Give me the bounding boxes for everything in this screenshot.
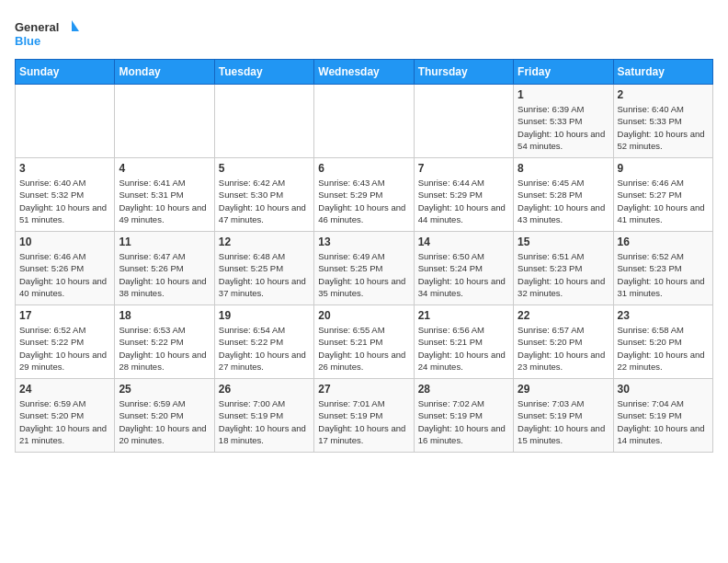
day-info: Sunrise: 6:50 AM Sunset: 5:24 PM Dayligh…	[418, 250, 509, 299]
calendar-cell: 29Sunrise: 7:03 AM Sunset: 5:19 PM Dayli…	[514, 379, 613, 453]
day-info: Sunrise: 6:43 AM Sunset: 5:29 PM Dayligh…	[318, 177, 409, 225]
day-number: 22	[518, 309, 609, 322]
calendar-cell	[314, 85, 414, 158]
calendar-cell: 27Sunrise: 7:01 AM Sunset: 5:19 PM Dayli…	[314, 379, 414, 453]
calendar-body: 1Sunrise: 6:39 AM Sunset: 5:33 PM Daylig…	[16, 85, 713, 453]
calendar-cell: 3Sunrise: 6:40 AM Sunset: 5:32 PM Daylig…	[16, 158, 115, 232]
day-number: 27	[318, 383, 409, 396]
day-info: Sunrise: 6:39 AM Sunset: 5:33 PM Dayligh…	[518, 103, 609, 152]
calendar-cell: 21Sunrise: 6:56 AM Sunset: 5:21 PM Dayli…	[414, 305, 513, 379]
day-info: Sunrise: 6:57 AM Sunset: 5:20 PM Dayligh…	[518, 324, 609, 373]
calendar-cell: 12Sunrise: 6:48 AM Sunset: 5:25 PM Dayli…	[214, 232, 313, 305]
calendar-cell: 10Sunrise: 6:46 AM Sunset: 5:26 PM Dayli…	[16, 232, 115, 305]
page-header: General Blue	[15, 15, 713, 52]
day-number: 11	[119, 236, 210, 248]
day-number: 8	[518, 162, 609, 175]
weekday-header: Wednesday	[314, 60, 414, 85]
calendar-cell: 26Sunrise: 7:00 AM Sunset: 5:19 PM Dayli…	[214, 379, 313, 453]
day-number: 14	[418, 236, 509, 248]
day-info: Sunrise: 7:00 AM Sunset: 5:19 PM Dayligh…	[219, 397, 310, 446]
day-info: Sunrise: 6:48 AM Sunset: 5:25 PM Dayligh…	[219, 250, 310, 299]
day-info: Sunrise: 6:59 AM Sunset: 5:20 PM Dayligh…	[19, 397, 110, 446]
calendar-cell: 16Sunrise: 6:52 AM Sunset: 5:23 PM Dayli…	[613, 232, 712, 305]
svg-text:General: General	[15, 20, 59, 34]
day-number: 3	[19, 162, 110, 175]
calendar-cell: 9Sunrise: 6:46 AM Sunset: 5:27 PM Daylig…	[613, 158, 712, 232]
day-info: Sunrise: 6:44 AM Sunset: 5:29 PM Dayligh…	[418, 177, 509, 225]
weekday-header: Tuesday	[214, 60, 313, 85]
day-number: 15	[518, 236, 609, 248]
day-info: Sunrise: 6:46 AM Sunset: 5:27 PM Dayligh…	[618, 177, 709, 225]
calendar-cell	[115, 85, 214, 158]
day-info: Sunrise: 7:03 AM Sunset: 5:19 PM Dayligh…	[518, 397, 609, 446]
calendar-cell: 4Sunrise: 6:41 AM Sunset: 5:31 PM Daylig…	[115, 158, 214, 232]
calendar-cell: 11Sunrise: 6:47 AM Sunset: 5:26 PM Dayli…	[115, 232, 214, 305]
weekday-header: Friday	[514, 60, 613, 85]
day-info: Sunrise: 6:51 AM Sunset: 5:23 PM Dayligh…	[518, 250, 609, 299]
calendar-cell: 1Sunrise: 6:39 AM Sunset: 5:33 PM Daylig…	[514, 85, 613, 158]
day-info: Sunrise: 7:01 AM Sunset: 5:19 PM Dayligh…	[318, 397, 409, 446]
day-info: Sunrise: 6:58 AM Sunset: 5:20 PM Dayligh…	[618, 324, 709, 373]
day-number: 18	[119, 309, 210, 322]
day-number: 10	[19, 236, 110, 248]
calendar-cell: 28Sunrise: 7:02 AM Sunset: 5:19 PM Dayli…	[414, 379, 513, 453]
calendar-header: SundayMondayTuesdayWednesdayThursdayFrid…	[16, 60, 713, 85]
svg-text:Blue: Blue	[15, 34, 40, 48]
calendar-cell: 22Sunrise: 6:57 AM Sunset: 5:20 PM Dayli…	[514, 305, 613, 379]
calendar-cell: 7Sunrise: 6:44 AM Sunset: 5:29 PM Daylig…	[414, 158, 513, 232]
calendar-cell: 17Sunrise: 6:52 AM Sunset: 5:22 PM Dayli…	[16, 305, 115, 379]
day-info: Sunrise: 6:54 AM Sunset: 5:22 PM Dayligh…	[219, 324, 310, 373]
day-number: 25	[119, 383, 210, 396]
calendar-cell	[16, 85, 115, 158]
day-info: Sunrise: 6:56 AM Sunset: 5:21 PM Dayligh…	[418, 324, 509, 373]
day-info: Sunrise: 7:04 AM Sunset: 5:19 PM Dayligh…	[618, 397, 709, 446]
day-number: 17	[19, 309, 110, 322]
calendar-week-row: 3Sunrise: 6:40 AM Sunset: 5:32 PM Daylig…	[16, 158, 713, 232]
calendar-cell: 20Sunrise: 6:55 AM Sunset: 5:21 PM Dayli…	[314, 305, 414, 379]
calendar-cell: 23Sunrise: 6:58 AM Sunset: 5:20 PM Dayli…	[613, 305, 712, 379]
day-number: 12	[219, 236, 310, 248]
calendar-cell: 14Sunrise: 6:50 AM Sunset: 5:24 PM Dayli…	[414, 232, 513, 305]
day-number: 26	[219, 383, 310, 396]
calendar-cell: 5Sunrise: 6:42 AM Sunset: 5:30 PM Daylig…	[214, 158, 313, 232]
calendar-week-row: 17Sunrise: 6:52 AM Sunset: 5:22 PM Dayli…	[16, 305, 713, 379]
day-number: 30	[618, 383, 709, 396]
day-info: Sunrise: 6:42 AM Sunset: 5:30 PM Dayligh…	[219, 177, 310, 225]
calendar-table: SundayMondayTuesdayWednesdayThursdayFrid…	[15, 59, 713, 453]
day-number: 9	[618, 162, 709, 175]
calendar-cell: 15Sunrise: 6:51 AM Sunset: 5:23 PM Dayli…	[514, 232, 613, 305]
day-number: 20	[318, 309, 409, 322]
day-info: Sunrise: 6:59 AM Sunset: 5:20 PM Dayligh…	[119, 397, 210, 446]
logo-svg: General Blue	[15, 15, 79, 52]
day-info: Sunrise: 6:49 AM Sunset: 5:25 PM Dayligh…	[318, 250, 409, 299]
calendar-cell: 30Sunrise: 7:04 AM Sunset: 5:19 PM Dayli…	[613, 379, 712, 453]
weekday-header: Thursday	[414, 60, 513, 85]
calendar-cell: 8Sunrise: 6:45 AM Sunset: 5:28 PM Daylig…	[514, 158, 613, 232]
calendar-cell: 19Sunrise: 6:54 AM Sunset: 5:22 PM Dayli…	[214, 305, 313, 379]
day-number: 1	[518, 88, 609, 101]
calendar-cell	[214, 85, 313, 158]
weekday-header: Saturday	[613, 60, 712, 85]
weekday-header: Sunday	[16, 60, 115, 85]
calendar-cell: 6Sunrise: 6:43 AM Sunset: 5:29 PM Daylig…	[314, 158, 414, 232]
day-info: Sunrise: 6:52 AM Sunset: 5:22 PM Dayligh…	[19, 324, 110, 373]
day-number: 4	[119, 162, 210, 175]
calendar-week-row: 24Sunrise: 6:59 AM Sunset: 5:20 PM Dayli…	[16, 379, 713, 453]
day-info: Sunrise: 6:40 AM Sunset: 5:32 PM Dayligh…	[19, 177, 110, 225]
day-number: 28	[418, 383, 509, 396]
weekday-row: SundayMondayTuesdayWednesdayThursdayFrid…	[16, 60, 713, 85]
day-number: 5	[219, 162, 310, 175]
day-info: Sunrise: 6:41 AM Sunset: 5:31 PM Dayligh…	[119, 177, 210, 225]
calendar-cell: 18Sunrise: 6:53 AM Sunset: 5:22 PM Dayli…	[115, 305, 214, 379]
weekday-header: Monday	[115, 60, 214, 85]
day-number: 24	[19, 383, 110, 396]
day-info: Sunrise: 7:02 AM Sunset: 5:19 PM Dayligh…	[418, 397, 509, 446]
calendar-cell: 2Sunrise: 6:40 AM Sunset: 5:33 PM Daylig…	[613, 85, 712, 158]
day-info: Sunrise: 6:46 AM Sunset: 5:26 PM Dayligh…	[19, 250, 110, 299]
calendar-week-row: 10Sunrise: 6:46 AM Sunset: 5:26 PM Dayli…	[16, 232, 713, 305]
day-number: 13	[318, 236, 409, 248]
day-info: Sunrise: 6:53 AM Sunset: 5:22 PM Dayligh…	[119, 324, 210, 373]
calendar-cell: 25Sunrise: 6:59 AM Sunset: 5:20 PM Dayli…	[115, 379, 214, 453]
day-number: 29	[518, 383, 609, 396]
day-info: Sunrise: 6:45 AM Sunset: 5:28 PM Dayligh…	[518, 177, 609, 225]
